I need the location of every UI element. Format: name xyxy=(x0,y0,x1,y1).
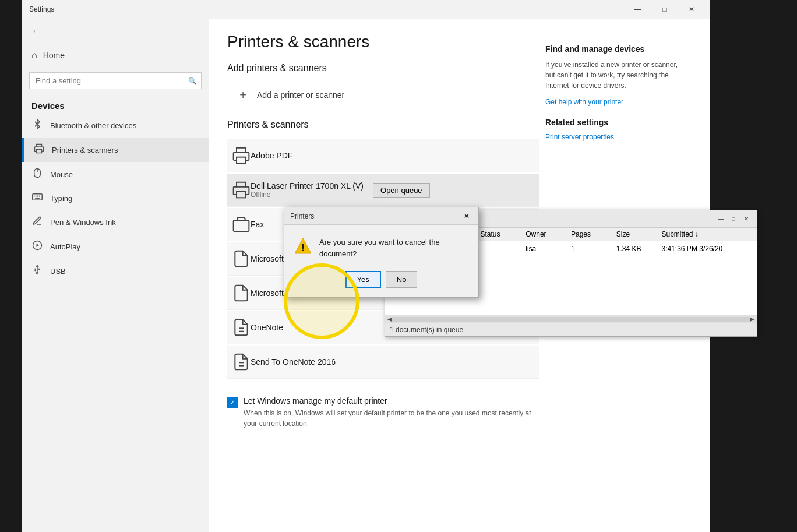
pq-minimize-button[interactable]: — xyxy=(715,213,727,225)
add-section-title: Add printers & scanners xyxy=(227,63,539,73)
dialog-buttons: Yes No xyxy=(284,266,478,297)
find-devices-title: Find and manage devices xyxy=(545,44,679,54)
row-size: 1.34 KB xyxy=(616,245,662,253)
printer-icon xyxy=(33,143,45,156)
add-printer-button[interactable]: + Add a printer or scanner xyxy=(227,80,352,110)
printer-device-icon xyxy=(232,146,251,165)
pq-scrollbar: ◀ ▶ xyxy=(385,315,757,323)
printer-info: Dell Laser Printer 1700n XL (V) Offline xyxy=(251,181,364,199)
keyboard-icon xyxy=(31,192,43,204)
related-settings-title: Related settings xyxy=(545,118,679,127)
printer-info: Fax xyxy=(251,220,264,229)
col-submitted: Submitted ↓ xyxy=(662,230,753,238)
row-submitted: 3:41:36 PM 3/26/20 xyxy=(662,245,753,253)
checkbox-desc: When this is on, Windows will set your d… xyxy=(244,408,539,429)
dialog-close-button[interactable]: ✕ xyxy=(461,210,472,222)
sidebar-item-pen[interactable]: Pen & Windows Ink xyxy=(22,210,209,234)
sidebar-item-typing[interactable]: Typing xyxy=(22,186,209,210)
plus-icon: + xyxy=(235,87,251,103)
search-container: 🔍 xyxy=(29,72,202,89)
printer-info: Adobe PDF xyxy=(251,151,292,160)
pq-maximize-button[interactable]: □ xyxy=(728,213,739,225)
back-button[interactable]: ← xyxy=(22,19,209,43)
printer-name: Fax xyxy=(251,220,264,229)
close-button[interactable]: ✕ xyxy=(678,0,705,19)
printer-item[interactable]: Dell Laser Printer 1700n XL (V) Offline … xyxy=(227,174,539,207)
col-size: Size xyxy=(616,230,662,238)
sidebar-item-autoplay[interactable]: AutoPlay xyxy=(22,234,209,259)
onenote2016-icon xyxy=(232,353,251,371)
warning-icon: ! xyxy=(294,237,312,255)
col-pages: Pages xyxy=(571,230,616,238)
window-title: Settings xyxy=(29,5,54,13)
sidebar-section-title: Devices xyxy=(22,96,209,113)
home-nav[interactable]: ⌂ Home xyxy=(22,43,209,68)
svg-rect-13 xyxy=(237,192,246,198)
get-help-link[interactable]: Get help with your printer xyxy=(545,98,623,106)
no-button[interactable]: No xyxy=(386,271,418,288)
svg-rect-0 xyxy=(37,150,42,153)
minimize-button[interactable]: — xyxy=(625,0,651,19)
svg-text:!: ! xyxy=(301,242,305,253)
printer-info: Send To OneNote 2016 xyxy=(251,357,336,367)
open-queue-button[interactable]: Open queue xyxy=(373,183,430,198)
printers-label: Printers & scanners xyxy=(52,146,118,154)
printer-info: OneNote xyxy=(251,323,283,332)
typing-label: Typing xyxy=(50,194,72,203)
search-input[interactable] xyxy=(29,72,202,89)
pq-controls: — □ ✕ xyxy=(715,213,752,225)
add-printer-label: Add a printer or scanner xyxy=(257,90,344,100)
search-icon: 🔍 xyxy=(188,77,197,85)
yes-button[interactable]: Yes xyxy=(345,271,381,288)
sidebar-item-usb[interactable]: USB xyxy=(22,259,209,283)
printer-status: Offline xyxy=(251,191,364,199)
mouse-label: Mouse xyxy=(50,170,73,179)
row-status xyxy=(481,245,526,253)
dialog-title: Printers xyxy=(290,212,314,220)
queue-count: 1 document(s) in queue xyxy=(390,326,463,334)
col-status: Status xyxy=(481,230,526,238)
printer-device-icon xyxy=(232,284,251,302)
svg-rect-12 xyxy=(237,157,246,164)
dialog-titlebar: Printers ✕ xyxy=(284,207,478,225)
pen-icon xyxy=(31,216,43,228)
fax-device-icon xyxy=(232,215,251,234)
sidebar-item-printers[interactable]: Printers & scanners xyxy=(22,138,209,162)
home-label: Home xyxy=(43,51,65,60)
scroll-right-arrow[interactable]: ▶ xyxy=(750,316,754,322)
printer-item[interactable]: Adobe PDF xyxy=(227,139,539,172)
print-server-link[interactable]: Print server properties xyxy=(545,133,614,141)
pq-close-button[interactable]: ✕ xyxy=(740,213,752,225)
sidebar: ← ⌂ Home 🔍 Devices Bluetooth & other dev… xyxy=(22,19,209,532)
default-printer-checkbox[interactable] xyxy=(227,397,238,408)
scroll-left-arrow[interactable]: ◀ xyxy=(387,316,392,322)
svg-marker-10 xyxy=(37,244,40,247)
default-printer-row: Let Windows manage my default printer Wh… xyxy=(227,396,539,429)
printer-name: Adobe PDF xyxy=(251,151,292,160)
mouse-icon xyxy=(31,168,43,181)
bluetooth-label: Bluetooth & other devices xyxy=(50,121,136,130)
sidebar-item-bluetooth[interactable]: Bluetooth & other devices xyxy=(22,113,209,138)
find-devices-text: If you've installed a new printer or sca… xyxy=(545,59,679,91)
pq-status-bar: 1 document(s) in queue xyxy=(385,323,757,336)
dialog-message: Are you sure you want to cancel the docu… xyxy=(319,237,469,259)
maximize-button[interactable]: □ xyxy=(651,0,678,19)
usb-label: USB xyxy=(50,267,66,276)
svg-rect-14 xyxy=(234,220,249,231)
checkbox-label: Let Windows manage my default printer xyxy=(244,396,539,406)
usb-icon xyxy=(31,265,43,277)
home-icon: ⌂ xyxy=(31,50,37,61)
svg-point-11 xyxy=(37,273,38,274)
scrollbar-track[interactable] xyxy=(392,317,750,322)
page-title: Printers & scanners xyxy=(227,33,539,51)
printer-name: OneNote xyxy=(251,323,283,332)
titlebar-controls: — □ ✕ xyxy=(625,0,705,19)
sidebar-item-mouse[interactable]: Mouse xyxy=(22,162,209,186)
dialog-body: ! Are you sure you want to cancel the do… xyxy=(284,225,478,266)
onenote-icon xyxy=(232,318,251,337)
printer-name: Send To OneNote 2016 xyxy=(251,357,336,367)
printer-device-icon xyxy=(232,181,251,199)
printer-item[interactable]: Send To OneNote 2016 xyxy=(227,346,539,379)
svg-rect-3 xyxy=(33,194,43,200)
printers-section-title: Printers & scanners xyxy=(227,119,539,130)
